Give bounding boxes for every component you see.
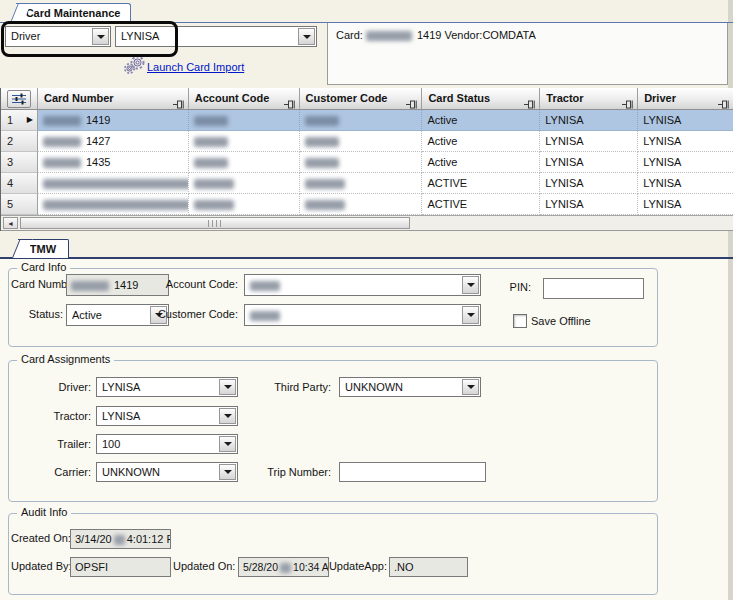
pin-icon[interactable] (284, 95, 295, 110)
launch-card-import-link[interactable]: Launch Card Import (147, 61, 244, 73)
column-header-tractor[interactable]: Tractor (540, 88, 638, 110)
grid-cell: LYNISA (638, 152, 733, 173)
grid-cell (189, 110, 300, 131)
row-header[interactable]: 1▶ (1, 110, 38, 131)
redacted-text (114, 535, 125, 545)
trailer-dropdown-button[interactable] (219, 436, 236, 452)
row-header[interactable]: 3 (1, 152, 38, 173)
scrollbar-thumb[interactable] (20, 217, 410, 229)
trip-number-label: Trip Number: (249, 466, 331, 478)
driver-combo[interactable]: LYNISA (96, 377, 238, 397)
horizontal-scrollbar[interactable]: ◄ (1, 215, 733, 231)
redacted-text (43, 179, 189, 189)
grid-cell: LYNISA (638, 173, 733, 194)
table-row[interactable]: 40016ACTIVELYNISALYNISA (1, 173, 733, 194)
trip-number-input[interactable] (339, 462, 486, 482)
grid-cell (189, 173, 300, 194)
redacted-text (194, 116, 228, 126)
column-header-card-number[interactable]: Card Number (38, 88, 189, 110)
save-offline-label: Save Offline (531, 315, 601, 327)
pin-icon[interactable] (173, 95, 184, 110)
grid-cell: 1427 (38, 131, 189, 152)
card-summary-text: 1419 Vendor:COMDATA (417, 29, 536, 41)
created-on-label: Created On: (11, 532, 67, 544)
redacted-text (305, 137, 339, 147)
third-party-label: Third Party: (249, 381, 331, 393)
tractor-value: LYNISA (102, 410, 140, 422)
active-row-arrow-icon: ▶ (27, 110, 33, 130)
redacted-text (194, 200, 234, 210)
filter-value-combo[interactable]: LYNISA (115, 26, 317, 47)
pin-input[interactable] (543, 278, 644, 299)
tab-card-maintenance[interactable]: Card Maintenance (16, 3, 131, 23)
grid-cell (189, 131, 300, 152)
grid-cell: LYNISA (540, 110, 638, 131)
updated-on-time: 10:34 AM (293, 561, 329, 573)
column-header-account-code[interactable]: Account Code (189, 88, 300, 110)
redacted-text (71, 281, 109, 291)
column-header-customer-code[interactable]: Customer Code (300, 88, 423, 110)
pin-label: PIN: (487, 281, 531, 293)
trailer-combo[interactable]: 100 (96, 434, 238, 454)
column-header-driver[interactable]: Driver (638, 88, 733, 110)
card-summary-prefix: Card: (336, 29, 363, 41)
filter-value-text: LYNISA (121, 30, 159, 42)
filter-type-value: Driver (11, 30, 40, 42)
customer-code-dropdown-button[interactable] (462, 306, 479, 324)
pin-icon[interactable] (718, 95, 729, 110)
table-row[interactable]: 50040ACTIVELYNISALYNISA (1, 194, 733, 215)
third-party-combo[interactable]: UNKNOWN (339, 377, 481, 397)
carrier-dropdown-button[interactable] (219, 464, 236, 480)
pin-icon[interactable] (622, 95, 633, 110)
pin-icon[interactable] (406, 95, 417, 110)
account-code-combo[interactable] (244, 274, 481, 296)
redacted-text (305, 158, 339, 168)
redacted-text (194, 179, 234, 189)
row-header[interactable]: 4 (1, 173, 38, 194)
updated-on-label: Updated On: (173, 560, 234, 572)
column-header-label: Driver (644, 92, 676, 104)
grid-cell: LYNISA (638, 194, 733, 215)
row-header[interactable]: 2 (1, 131, 38, 152)
grid-cell: LYNISA (540, 194, 638, 215)
table-row[interactable]: 31435ActiveLYNISALYNISA (1, 152, 733, 173)
card-assignments-legend: Card Assignments (17, 353, 114, 365)
grid-cell: LYNISA (540, 131, 638, 152)
table-row[interactable]: 1▶1419ActiveLYNISALYNISA (1, 110, 733, 131)
column-header-label: Card Status (428, 92, 490, 104)
row-header[interactable]: 5 (1, 194, 38, 215)
grid-cell: ACTIVE (422, 194, 540, 215)
card-number-value: 1419 (114, 279, 138, 291)
carrier-value: UNKNOWN (102, 466, 160, 478)
tractor-dropdown-button[interactable] (219, 408, 236, 424)
column-header-label: Account Code (195, 92, 270, 104)
table-row[interactable]: 21427ActiveLYNISALYNISA (1, 131, 733, 152)
third-party-dropdown-button[interactable] (462, 379, 479, 395)
pin-icon[interactable] (524, 95, 535, 110)
grid-cell: LYNISA (638, 110, 733, 131)
redacted-text (250, 281, 280, 291)
account-code-dropdown-button[interactable] (462, 276, 479, 294)
driver-value: LYNISA (102, 381, 140, 393)
grid-cell (300, 173, 423, 194)
filter-type-combo[interactable]: Driver (5, 26, 111, 47)
grid-cell: 1419 (38, 110, 189, 131)
redacted-text (43, 200, 189, 210)
grid-corner-cell (1, 88, 38, 110)
card-grid: Card Number Account Code Customer Code C… (0, 88, 733, 231)
filter-type-dropdown-button[interactable] (92, 28, 109, 45)
filter-value-dropdown-button[interactable] (298, 28, 315, 45)
tab-tmw[interactable]: TMW (18, 239, 69, 258)
driver-dropdown-button[interactable] (219, 379, 236, 395)
card-summary-panel: Card: 1419 Vendor:COMDATA (327, 22, 728, 85)
customer-code-combo[interactable] (244, 304, 481, 326)
column-header-card-status[interactable]: Card Status (422, 88, 540, 110)
redacted-text (250, 311, 280, 321)
tractor-combo[interactable]: LYNISA (96, 406, 238, 426)
save-offline-checkbox[interactable] (513, 314, 527, 328)
scroll-left-button[interactable]: ◄ (3, 217, 18, 229)
redacted-text (305, 200, 345, 210)
gears-icon (123, 55, 147, 77)
carrier-combo[interactable]: UNKNOWN (96, 462, 238, 482)
column-chooser-button[interactable] (7, 90, 31, 108)
